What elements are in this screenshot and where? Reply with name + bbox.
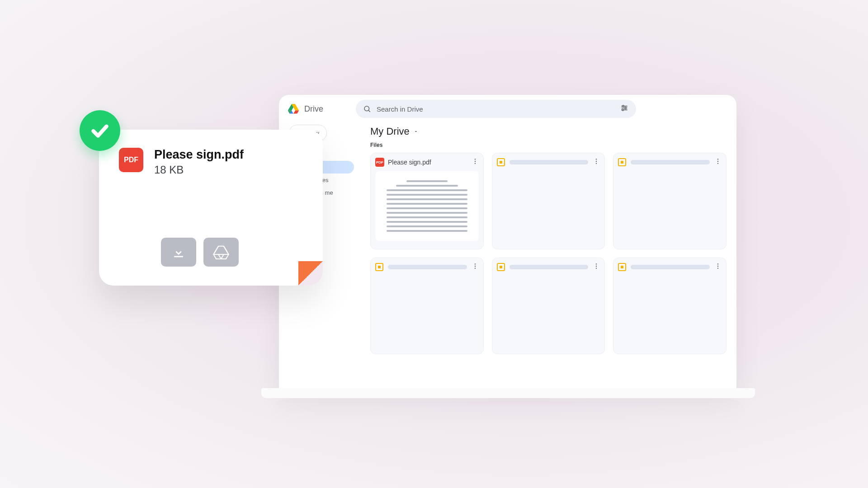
download-button[interactable] (161, 238, 196, 267)
more-vert-icon (714, 263, 722, 270)
file-card-5[interactable] (613, 258, 726, 354)
download-icon (171, 244, 186, 260)
more-vert-icon (472, 263, 479, 270)
file-more-button[interactable] (714, 158, 722, 167)
download-card-filesize: 18 KB (154, 164, 244, 176)
success-badge (80, 110, 120, 151)
drive-topbar: Drive Search in Drive (279, 95, 736, 123)
drive-logo[interactable]: Drive (287, 103, 323, 115)
svg-point-5 (623, 105, 624, 107)
svg-point-12 (596, 161, 597, 162)
svg-point-8 (474, 159, 475, 160)
file-title: Please sign.pdf (388, 159, 472, 166)
drive-icon (287, 103, 300, 115)
download-card-filename: Please sign.pdf (154, 148, 244, 162)
svg-point-23 (717, 263, 718, 264)
svg-point-10 (474, 163, 475, 164)
svg-point-14 (717, 159, 718, 160)
svg-point-7 (622, 109, 623, 111)
svg-point-9 (474, 161, 475, 162)
file-title-placeholder (631, 265, 710, 269)
svg-point-21 (596, 266, 597, 267)
file-more-button[interactable] (714, 263, 722, 272)
svg-point-18 (474, 266, 475, 267)
svg-point-6 (625, 107, 626, 108)
svg-point-20 (596, 263, 597, 264)
tune-icon (620, 103, 629, 113)
save-to-drive-button[interactable] (203, 238, 239, 267)
svg-point-17 (474, 263, 475, 264)
search-options-button[interactable] (620, 103, 629, 114)
laptop-base (261, 388, 755, 398)
pdf-icon: PDF (119, 148, 143, 172)
slides-icon (375, 263, 383, 271)
svg-point-24 (717, 266, 718, 267)
file-more-button[interactable] (593, 263, 600, 272)
more-vert-icon (714, 158, 722, 165)
search-placeholder: Search in Drive (377, 105, 620, 113)
file-title-placeholder (509, 265, 589, 269)
caret-down-icon (413, 129, 419, 134)
svg-point-25 (717, 267, 718, 268)
more-vert-icon (593, 158, 600, 165)
file-card-4[interactable] (492, 258, 605, 354)
file-card-1[interactable] (492, 153, 605, 249)
file-grid: PDFPlease sign.pdf (370, 153, 726, 354)
slides-icon (618, 158, 626, 166)
file-card-3[interactable] (370, 258, 484, 354)
search-icon (363, 105, 371, 113)
svg-point-19 (474, 267, 475, 268)
file-title-placeholder (509, 160, 589, 164)
svg-point-15 (717, 161, 718, 162)
drive-main: My Drive Files PDFPlease sign.pdf (360, 123, 736, 389)
drive-app-name: Drive (304, 104, 323, 114)
file-card-0[interactable]: PDFPlease sign.pdf (370, 153, 484, 249)
slides-icon (497, 263, 505, 271)
slides-icon (618, 263, 626, 271)
slides-icon (497, 158, 505, 166)
file-more-button[interactable] (593, 158, 600, 167)
svg-point-16 (717, 163, 718, 164)
more-vert-icon (593, 263, 600, 270)
file-more-button[interactable] (472, 263, 479, 272)
search-input[interactable]: Search in Drive (356, 100, 636, 118)
download-card: PDF Please sign.pdf 18 KB (99, 130, 323, 286)
file-title-placeholder (631, 160, 710, 164)
file-card-2[interactable] (613, 153, 726, 249)
pdf-icon: PDF (375, 158, 384, 167)
svg-point-22 (596, 267, 597, 268)
svg-line-1 (368, 110, 370, 112)
files-section-label: Files (370, 142, 726, 148)
svg-point-0 (364, 106, 369, 111)
file-title-placeholder (388, 265, 467, 269)
drive-window: Drive Search in Drive ew riorityy Driveh… (279, 95, 736, 389)
location-title[interactable]: My Drive (370, 126, 410, 137)
svg-point-13 (596, 163, 597, 164)
svg-point-11 (596, 159, 597, 160)
more-vert-icon (472, 158, 479, 165)
file-more-button[interactable] (472, 158, 479, 167)
drive-icon (212, 243, 230, 261)
file-preview (375, 171, 479, 241)
drive-body: ew riorityy Drivehared driveshared with … (279, 123, 736, 389)
check-icon (89, 119, 111, 142)
